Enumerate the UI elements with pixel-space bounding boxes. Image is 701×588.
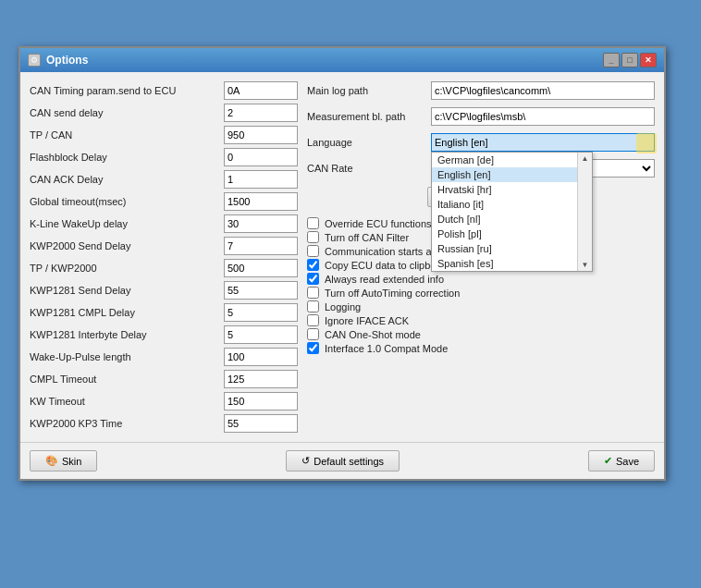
field-input[interactable] xyxy=(224,104,298,122)
language-display[interactable]: English [en] xyxy=(431,133,655,152)
maximize-button[interactable]: □ xyxy=(621,53,638,67)
checkbox-row: CAN One-Shot mode xyxy=(307,327,655,341)
minimize-button[interactable]: _ xyxy=(603,53,620,67)
checkbox-label[interactable]: Ignore IFACE ACK xyxy=(325,315,409,326)
field-label: KWP1281 Interbyte Delay xyxy=(30,329,218,340)
field-row: K-Line WakeUp delay xyxy=(30,214,298,233)
save-button[interactable]: ✔ Save xyxy=(588,450,655,472)
language-option[interactable]: Polish [pl] xyxy=(432,227,577,241)
dropdown-scroll-up[interactable]: ▲ xyxy=(582,154,589,163)
field-input[interactable] xyxy=(224,414,298,433)
left-panel: CAN Timing param.send to ECUCAN send del… xyxy=(30,81,298,433)
field-label: KWP2000 Send Delay xyxy=(30,240,218,251)
checkbox-cb9[interactable] xyxy=(307,328,319,340)
language-option[interactable]: Spanish [es] xyxy=(432,256,577,271)
checkbox-label[interactable]: Interface 1.0 Compat Mode xyxy=(325,343,448,354)
checkbox-row: Interface 1.0 Compat Mode xyxy=(307,341,655,355)
checkbox-row: Always read extended info xyxy=(307,272,655,286)
language-option[interactable]: Dutch [nl] xyxy=(432,212,577,227)
field-input[interactable] xyxy=(224,303,298,322)
field-label: KW Timeout xyxy=(30,396,218,407)
language-option[interactable]: Hrvatski [hr] xyxy=(432,182,577,197)
language-option[interactable]: Italiano [it] xyxy=(432,197,577,212)
field-label: CAN Timing param.send to ECU xyxy=(30,85,218,96)
main-log-label: Main log path xyxy=(307,85,427,96)
field-input[interactable] xyxy=(224,126,298,144)
field-input[interactable] xyxy=(224,392,298,410)
main-log-input[interactable] xyxy=(431,81,655,100)
checkbox-cb6[interactable] xyxy=(307,287,319,299)
measurement-input[interactable] xyxy=(431,107,655,126)
checkbox-label[interactable]: Turn off AutoTiming correction xyxy=(325,288,460,299)
field-row: KW Timeout xyxy=(30,392,298,410)
checkbox-cb7[interactable] xyxy=(307,300,319,312)
field-row: KWP2000 Send Delay xyxy=(30,237,298,255)
field-input[interactable] xyxy=(224,81,298,100)
checkbox-cb5[interactable] xyxy=(307,273,319,285)
field-label: CAN send delay xyxy=(30,107,218,118)
default-settings-button[interactable]: ↺ Default settings xyxy=(286,450,400,472)
bottom-bar: 🎨 Skin ↺ Default settings ✔ Save xyxy=(20,442,664,479)
title-buttons: _ □ ✕ xyxy=(603,53,657,67)
field-label: Wake-Up-Pulse length xyxy=(30,351,218,362)
field-input[interactable] xyxy=(224,192,298,211)
field-row: KWP2000 KP3 Time xyxy=(30,414,298,433)
field-row: KWP1281 Interbyte Delay xyxy=(30,325,298,344)
title-bar-left: ⚙ Options xyxy=(28,54,88,67)
language-option[interactable]: German [de] xyxy=(432,153,577,167)
window-icon: ⚙ xyxy=(28,54,41,67)
checkbox-row: Logging xyxy=(307,300,655,313)
checkbox-cb10[interactable] xyxy=(307,342,319,354)
dropdown-scroll-down[interactable]: ▼ xyxy=(582,261,589,269)
field-row: KWP1281 Send Delay xyxy=(30,281,298,300)
options-window: ⚙ Options _ □ ✕ CAN Timing param.send to… xyxy=(18,46,666,481)
field-input[interactable] xyxy=(224,348,298,366)
field-row: CAN Timing param.send to ECU xyxy=(30,81,298,100)
close-button[interactable]: ✕ xyxy=(640,53,657,67)
field-row: TP / CAN xyxy=(30,126,298,144)
checkbox-cb3[interactable] xyxy=(307,245,319,257)
checkbox-label[interactable]: Logging xyxy=(325,301,361,312)
skin-icon: 🎨 xyxy=(45,455,58,467)
field-label: KWP1281 Send Delay xyxy=(30,285,218,296)
field-label: TP / CAN xyxy=(30,129,218,141)
checkbox-row: Turn off AutoTiming correction xyxy=(307,286,655,300)
language-label: Language xyxy=(307,137,427,148)
checkbox-cb8[interactable] xyxy=(307,314,319,326)
checkbox-label[interactable]: Always read extended info xyxy=(325,274,444,285)
language-option[interactable]: English [en] xyxy=(432,167,577,182)
field-label: CAN ACK Delay xyxy=(30,174,218,185)
checkbox-cb2[interactable] xyxy=(307,231,319,243)
main-log-row: Main log path xyxy=(307,81,655,100)
field-row: TP / KWP2000 xyxy=(30,259,298,277)
field-input[interactable] xyxy=(224,281,298,300)
language-option[interactable]: Russian [ru] xyxy=(432,241,577,256)
measurement-row: Measurement bl. path xyxy=(307,107,655,126)
checkbox-cb1[interactable] xyxy=(307,217,319,229)
field-input[interactable] xyxy=(224,325,298,344)
checkbox-label[interactable]: CAN One-Shot mode xyxy=(325,329,421,340)
field-input[interactable] xyxy=(224,370,298,388)
reset-icon: ↺ xyxy=(301,455,310,467)
language-row: Language English [en] German [de]English… xyxy=(307,133,655,152)
checkbox-label[interactable]: Turn off CAN Filter xyxy=(325,232,409,243)
field-row: CMPL Timeout xyxy=(30,370,298,388)
measurement-label: Measurement bl. path xyxy=(307,111,427,122)
checkbox-label[interactable]: Override ECU functions xyxy=(325,218,432,229)
language-dropdown: German [de]English [en]Hrvatski [hr]Ital… xyxy=(431,152,593,272)
window-title: Options xyxy=(46,54,88,67)
field-input[interactable] xyxy=(224,259,298,277)
field-label: Global timeout(msec) xyxy=(30,196,218,207)
field-row: CAN send delay xyxy=(30,104,298,122)
field-input[interactable] xyxy=(224,237,298,255)
skin-button[interactable]: 🎨 Skin xyxy=(30,450,97,472)
field-row: CAN ACK Delay xyxy=(30,170,298,189)
right-panel: Main log path Measurement bl. path Langu… xyxy=(307,81,655,433)
checkbox-row: Ignore IFACE ACK xyxy=(307,313,655,327)
field-input[interactable] xyxy=(224,214,298,233)
field-input[interactable] xyxy=(224,148,298,166)
field-label: TP / KWP2000 xyxy=(30,263,218,274)
field-row: Global timeout(msec) xyxy=(30,192,298,211)
field-input[interactable] xyxy=(224,170,298,189)
checkbox-cb4[interactable] xyxy=(307,259,319,271)
